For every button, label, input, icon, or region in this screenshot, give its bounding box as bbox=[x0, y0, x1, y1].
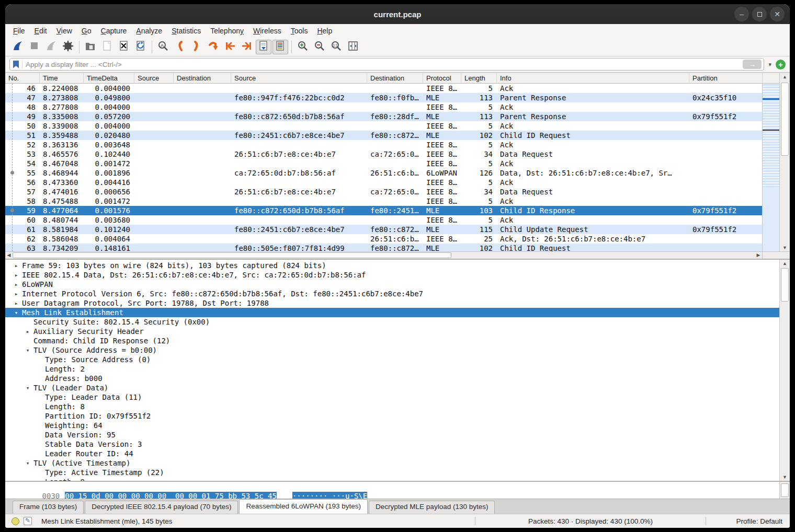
byte-view-tab[interactable]: Decrypted MLE payload (130 bytes) bbox=[369, 501, 495, 514]
expand-arrow-icon[interactable]: ▸ bbox=[10, 262, 22, 269]
expand-arrow-icon[interactable]: ▸ bbox=[10, 281, 22, 288]
packet-row-54[interactable]: 548.4670480.001472IEEE 8…5Ack bbox=[5, 159, 762, 168]
column-header-destination[interactable]: Destination bbox=[367, 73, 423, 83]
menu-item-file[interactable]: File bbox=[8, 25, 30, 37]
hex-ascii-selected[interactable]: ········ ···u·S\E bbox=[292, 492, 367, 499]
hscrollbar-thumb[interactable] bbox=[13, 252, 451, 258]
minimize-button[interactable]: – bbox=[734, 7, 749, 21]
collapse-arrow-icon[interactable]: ▾ bbox=[22, 347, 33, 354]
detail-line[interactable]: Command: Child ID Response (12) bbox=[5, 336, 779, 345]
detail-line[interactable]: Type: Active Timestamp (22) bbox=[5, 468, 779, 477]
detail-line[interactable]: Type: Source Address (0) bbox=[5, 355, 779, 364]
menu-item-tools[interactable]: Tools bbox=[286, 25, 313, 37]
hex-vscrollbar[interactable] bbox=[779, 482, 790, 499]
file-reload-button[interactable] bbox=[133, 40, 149, 54]
packet-row-53[interactable]: 538.4655760.10244026:51:c6:b7:e8:ce:4b:e… bbox=[5, 149, 762, 159]
packet-row-60[interactable]: 608.4807440.003680IEEE 8…5Ack bbox=[5, 215, 762, 225]
zoom-out-button[interactable] bbox=[312, 40, 327, 54]
detail-line[interactable]: ▸Internet Protocol Version 6, Src: fe80:… bbox=[5, 289, 779, 298]
menu-item-view[interactable]: View bbox=[52, 25, 77, 37]
detail-line[interactable]: ▾TLV (Leader Data) bbox=[5, 383, 779, 392]
zoom-original-button[interactable]: 1:1 bbox=[328, 40, 344, 54]
auto-scroll-button[interactable] bbox=[256, 40, 271, 54]
packet-row-51[interactable]: 518.3594880.020480fe80::2451:c6b7:e8ce:4… bbox=[5, 131, 762, 140]
menu-item-go[interactable]: Go bbox=[77, 25, 96, 37]
scroll-down-arrow-icon[interactable]: ▼ bbox=[780, 473, 790, 481]
detail-line[interactable]: ▾TLV (Active Timestamp) bbox=[5, 458, 779, 468]
titlebar[interactable]: current.pcap – ✕ bbox=[5, 4, 790, 24]
column-header-timedelta[interactable]: TimeDelta bbox=[84, 73, 134, 83]
scroll-left-arrow-icon[interactable]: ◀ bbox=[5, 252, 13, 259]
packet-row-52[interactable]: 528.3631360.003648IEEE 8…5Ack bbox=[5, 140, 762, 149]
packet-row-61[interactable]: 618.5819840.101240fe80::2451:c6b7:e8ce:4… bbox=[5, 225, 762, 234]
packet-row-56[interactable]: 568.4733600.004416IEEE 8…5Ack bbox=[5, 178, 762, 187]
packet-row-48[interactable]: 488.2778080.004000IEEE 8…5Ack bbox=[5, 102, 762, 112]
scroll-down-arrow-icon[interactable]: ▼ bbox=[780, 244, 790, 251]
menu-item-capture[interactable]: Capture bbox=[96, 25, 132, 37]
capture-options-button[interactable] bbox=[60, 40, 76, 54]
column-header-source[interactable]: Source bbox=[231, 73, 367, 83]
vscrollbar-thumb[interactable] bbox=[781, 83, 789, 156]
detail-line[interactable]: Security Suite: 802.15.4 Security (0x00) bbox=[5, 317, 779, 327]
detail-line[interactable]: ▸6LoWPAN bbox=[5, 280, 779, 289]
apply-filter-button[interactable]: → bbox=[743, 60, 762, 69]
detail-line[interactable]: ▸IEEE 802.15.4 Data, Dst: 26:51:c6:b7:e8… bbox=[5, 270, 779, 280]
byte-view-tab[interactable]: Decrypted IEEE 802.15.4 payload (70 byte… bbox=[85, 501, 238, 514]
zoom-in-button[interactable] bbox=[295, 40, 311, 54]
expand-arrow-icon[interactable]: ▸ bbox=[10, 291, 22, 297]
details-scrollbar-thumb[interactable] bbox=[781, 268, 789, 302]
column-header-time[interactable]: Time bbox=[40, 73, 84, 83]
detail-line[interactable]: Address: b000 bbox=[5, 374, 779, 383]
menu-item-telephony[interactable]: Telephony bbox=[206, 25, 248, 37]
column-header-info[interactable]: Info bbox=[497, 73, 689, 83]
intelligent-scrollbar-minimap[interactable] bbox=[762, 84, 779, 251]
detail-line[interactable]: ▸User Datagram Protocol, Src Port: 19788… bbox=[5, 298, 779, 308]
colorize-button[interactable] bbox=[272, 40, 288, 54]
menu-item-analyze[interactable]: Analyze bbox=[131, 25, 167, 37]
resize-columns-button[interactable] bbox=[345, 40, 361, 54]
collapse-arrow-icon[interactable]: ▾ bbox=[10, 309, 22, 316]
packet-row-62[interactable]: 628.5860480.00406426:51:c6:b…IEEE 8…25Ac… bbox=[5, 234, 762, 244]
packet-row-58[interactable]: 588.4754880.001472IEEE 8…5Ack bbox=[5, 196, 762, 206]
expand-arrow-icon[interactable]: ▸ bbox=[22, 328, 33, 335]
packet-row-59-selected[interactable]: 598.4770640.001576fe80::c872:650d:b7b8:5… bbox=[5, 206, 762, 215]
menu-item-statistics[interactable]: Statistics bbox=[167, 25, 206, 37]
filter-bookmark-icon[interactable] bbox=[13, 61, 19, 68]
detail-line[interactable]: ▸Auxiliary Security Header bbox=[5, 327, 779, 336]
packet-row-63[interactable]: 638.7342090.148161fe80::505e:f807:7f81:4… bbox=[5, 244, 762, 251]
detail-line[interactable]: Length: 2 bbox=[5, 364, 779, 374]
hex-bytes-selected[interactable]: 00 15 0d 00 00 00 00 00 00 00 01 75 bb 5… bbox=[65, 492, 277, 499]
detail-line[interactable]: Stable Data Version: 3 bbox=[5, 440, 779, 449]
close-button[interactable]: ✕ bbox=[770, 7, 785, 21]
scroll-right-arrow-icon[interactable]: ▶ bbox=[755, 252, 762, 259]
go-back-button[interactable] bbox=[172, 40, 188, 54]
column-header-destination[interactable]: Destination bbox=[174, 73, 231, 83]
column-header-protocol[interactable]: Protocol bbox=[423, 73, 461, 83]
packet-row-49[interactable]: 498.3350080.057200fe80::c872:650d:b7b8:5… bbox=[5, 112, 762, 121]
detail-line[interactable]: ▾TLV (Source Address = b0:00) bbox=[5, 345, 779, 355]
file-close-button[interactable] bbox=[116, 40, 132, 54]
details-vscrollbar[interactable]: ▲ ▼ bbox=[779, 260, 790, 481]
detail-line[interactable]: Weighting: 64 bbox=[5, 421, 779, 430]
menu-item-edit[interactable]: Edit bbox=[30, 25, 52, 37]
find-packet-button[interactable]: A bbox=[155, 40, 171, 54]
file-open-button[interactable] bbox=[83, 40, 98, 54]
collapse-arrow-icon[interactable]: ▾ bbox=[22, 385, 33, 391]
byte-view-tab-active[interactable]: Reassembled 6LoWPAN (193 bytes) bbox=[239, 499, 368, 514]
detail-line[interactable]: Length: 8 bbox=[5, 477, 779, 481]
column-header-no[interactable]: No. bbox=[5, 73, 40, 83]
packet-row-55[interactable]: 558.4689440.001896ca:72:65:0d:b7:b8:56:a… bbox=[5, 168, 762, 178]
collapse-arrow-icon[interactable]: ▾ bbox=[22, 460, 33, 467]
packet-row-50[interactable]: 508.3390080.004000IEEE 8…5Ack bbox=[5, 121, 762, 131]
expert-info-icon[interactable] bbox=[12, 517, 19, 525]
detail-line[interactable]: ▾Mesh Link Establishment bbox=[5, 308, 779, 317]
detail-line[interactable]: Type: Leader Data (11) bbox=[5, 392, 779, 402]
detail-line[interactable]: Partition ID: 0x79f551f2 bbox=[5, 411, 779, 421]
menu-item-help[interactable]: Help bbox=[312, 25, 337, 37]
scroll-up-arrow-icon[interactable]: ▲ bbox=[780, 73, 790, 80]
add-filter-button-plus-icon[interactable]: + bbox=[776, 60, 786, 70]
expand-arrow-icon[interactable]: ▸ bbox=[10, 300, 22, 307]
maximize-button[interactable] bbox=[752, 7, 767, 21]
column-header-source[interactable]: Source bbox=[134, 73, 174, 83]
detail-line[interactable]: Data Version: 95 bbox=[5, 430, 779, 440]
